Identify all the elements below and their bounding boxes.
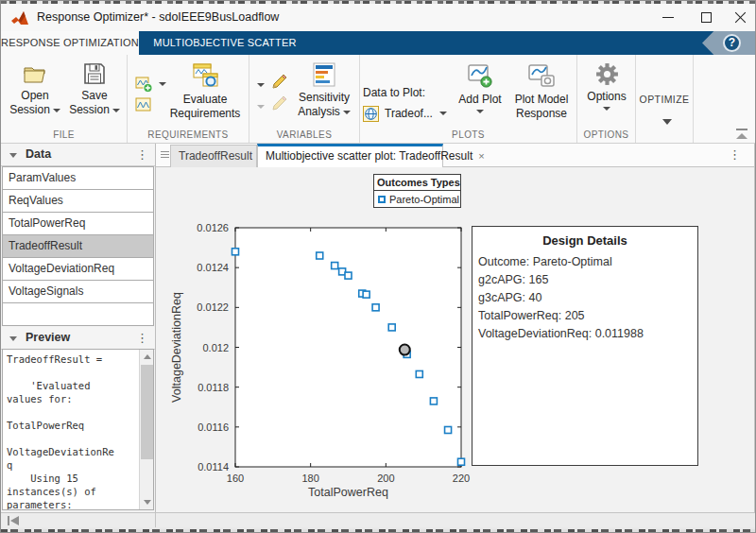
collapse-panel-icon[interactable] bbox=[9, 153, 17, 158]
save-session-label-1: Save bbox=[81, 89, 107, 103]
help-wedge: ? bbox=[702, 31, 755, 55]
pareto-point[interactable] bbox=[363, 291, 369, 298]
pareto-point[interactable] bbox=[317, 252, 323, 259]
view-requirement-button[interactable] bbox=[135, 97, 153, 116]
divider bbox=[155, 513, 156, 528]
data-item-voltagedeviationreq[interactable]: VoltageDeviationReq bbox=[2, 257, 154, 281]
svg-text:160: 160 bbox=[227, 473, 244, 484]
minimize-button[interactable] bbox=[649, 4, 687, 31]
optimize-dropdown-icon[interactable] bbox=[662, 119, 672, 125]
tab-response-optimization[interactable]: RESPONSE OPTIMIZATION bbox=[1, 31, 139, 55]
document-bar-grip-icon[interactable] bbox=[161, 151, 169, 159]
data-panel-title: Data bbox=[26, 144, 51, 165]
chevron-down-icon[interactable] bbox=[112, 109, 120, 112]
pareto-point[interactable] bbox=[388, 324, 395, 331]
sensitivity-analysis-button[interactable]: Sensitivity Analysis bbox=[291, 60, 357, 119]
collapse-panel-icon[interactable] bbox=[9, 336, 17, 341]
legend-entry-pareto[interactable]: Pareto-Optimal bbox=[374, 191, 460, 207]
plot-model-response-icon bbox=[527, 61, 556, 90]
screen-artifact-bottom bbox=[1, 527, 756, 533]
svg-text:0.0122: 0.0122 bbox=[197, 301, 229, 313]
plot-legend: Outcomes Types Pareto-Optimal bbox=[373, 174, 461, 208]
requirement-signal-icon bbox=[135, 97, 153, 112]
chevron-down-icon[interactable] bbox=[476, 110, 484, 113]
save-session-button[interactable]: Save Session bbox=[65, 60, 124, 117]
pareto-point[interactable] bbox=[332, 263, 338, 269]
options-button[interactable]: Options bbox=[580, 60, 633, 111]
group-label-variables: VARIABLES bbox=[249, 129, 359, 140]
tab-multiobjective-scatter-plot[interactable]: MULTIOBJECTIVE SCATTER PLOT bbox=[139, 31, 311, 55]
skip-to-start-icon[interactable] bbox=[8, 516, 21, 525]
evaluate-requirements-button[interactable]: Evaluate Requirements bbox=[167, 60, 243, 121]
plot-model-label-1: Plot Model bbox=[515, 93, 569, 107]
help-button[interactable]: ? bbox=[723, 34, 741, 52]
scroll-down-icon[interactable] bbox=[140, 495, 154, 509]
preview-scrollbar[interactable] bbox=[139, 350, 153, 509]
scatter-plot[interactable]: 1601802002200.01140.01160.01180.0120.012… bbox=[160, 216, 472, 500]
scroll-up-icon[interactable] bbox=[140, 350, 154, 364]
data-item-paramvalues[interactable]: ParamValues bbox=[2, 166, 154, 190]
svg-text:0.012: 0.012 bbox=[202, 342, 229, 353]
doc-tab-label: Multiobjective scatter plot: TradeoffRes… bbox=[266, 149, 472, 163]
data-to-plot-label: Data to Plot: bbox=[363, 86, 425, 99]
pareto-point[interactable] bbox=[232, 249, 239, 255]
pareto-point[interactable] bbox=[416, 370, 422, 377]
data-item-voltagesignals[interactable]: VoltageSignals bbox=[2, 280, 154, 303]
pencil-icon bbox=[270, 95, 288, 112]
edit-variable-button[interactable] bbox=[270, 73, 288, 95]
ribbon-tab-strip: RESPONSE OPTIMIZATION MULTIOBJECTIVE SCA… bbox=[1, 31, 755, 55]
group-variables: Sensitivity Analysis VARIABLES bbox=[249, 55, 360, 143]
svg-text:TotalPowerReq: TotalPowerReq bbox=[308, 486, 388, 499]
data-panel-header: Data ⋮ bbox=[1, 144, 155, 166]
kebab-menu-icon[interactable]: ⋮ bbox=[729, 144, 741, 166]
maximize-button[interactable] bbox=[687, 4, 725, 31]
doc-tab-tradeoffresult[interactable]: TradeoffResult× bbox=[170, 145, 257, 167]
chevron-down-icon[interactable] bbox=[343, 111, 351, 114]
matlab-logo-icon bbox=[10, 9, 29, 26]
close-tab-icon[interactable]: × bbox=[478, 150, 484, 162]
data-to-plot-value: Tradeof... bbox=[385, 107, 433, 120]
pareto-point[interactable] bbox=[345, 272, 352, 279]
pareto-point[interactable] bbox=[458, 458, 465, 465]
kebab-menu-icon[interactable]: ⋮ bbox=[136, 144, 148, 165]
svg-text:0.0118: 0.0118 bbox=[198, 382, 229, 393]
group-plots: Data to Plot: Tradeof... Add P bbox=[360, 55, 577, 143]
data-item-totalpowerreq[interactable]: TotalPowerReq bbox=[2, 212, 154, 235]
chevron-down-icon[interactable] bbox=[53, 109, 60, 112]
data-item-reqvalues[interactable]: ReqValues bbox=[2, 189, 154, 213]
add-plot-button[interactable]: Add Plot bbox=[451, 60, 509, 113]
new-requirement-button[interactable] bbox=[135, 76, 153, 97]
svg-text:0.0116: 0.0116 bbox=[198, 421, 229, 433]
group-options: Options OPTIONS bbox=[577, 55, 636, 143]
window-title: Response Optimizer* - sdoIEEE9BusLoadflo… bbox=[37, 4, 279, 31]
sensitivity-label-2: Analysis bbox=[298, 105, 340, 118]
open-session-button[interactable]: Open Session bbox=[7, 60, 63, 117]
chevron-down-icon[interactable] bbox=[257, 83, 265, 87]
pareto-point[interactable] bbox=[445, 426, 452, 433]
pareto-point[interactable] bbox=[372, 304, 379, 311]
evaluate-label-2: Requirements bbox=[170, 107, 241, 121]
sensitivity-label-1: Sensitivity bbox=[299, 91, 350, 105]
close-button[interactable] bbox=[721, 4, 756, 31]
chevron-down-icon[interactable] bbox=[439, 112, 447, 115]
scrollbar-thumb[interactable] bbox=[141, 365, 153, 459]
group-optimize: OPTIMIZE bbox=[636, 55, 694, 143]
doc-tab-scatter-plot[interactable]: Multiobjective scatter plot: TradeoffRes… bbox=[257, 144, 443, 168]
data-to-plot-dropdown[interactable]: Tradeof... bbox=[363, 104, 447, 123]
svg-text:0.0114: 0.0114 bbox=[198, 461, 229, 473]
group-label-options: OPTIONS bbox=[577, 129, 635, 140]
selected-design-point[interactable] bbox=[400, 345, 410, 355]
chevron-down-icon[interactable] bbox=[257, 105, 265, 109]
data-item-tradeoffresult[interactable]: TradeoffResult bbox=[2, 234, 154, 258]
collapse-toolstrip-button[interactable] bbox=[734, 129, 749, 140]
pareto-point[interactable] bbox=[430, 398, 437, 404]
kebab-menu-icon[interactable]: ⋮ bbox=[136, 327, 148, 349]
legend-title: Outcomes Types bbox=[374, 175, 460, 191]
evaluate-label-1: Evaluate bbox=[183, 93, 228, 107]
plot-model-response-button[interactable]: Plot Model Response bbox=[507, 60, 576, 121]
data-item-empty[interactable] bbox=[2, 302, 154, 326]
preview-text: TradeoffResult = 'Evaluated values for: … bbox=[7, 352, 114, 510]
chevron-down-icon[interactable] bbox=[159, 82, 166, 86]
legend-entry-label: Pareto-Optimal bbox=[389, 194, 459, 205]
chevron-down-icon[interactable] bbox=[603, 107, 610, 111]
